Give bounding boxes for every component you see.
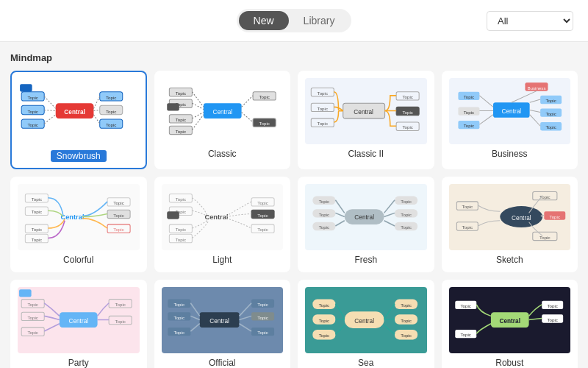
card-label-wrap-robust: Robust [449, 358, 571, 368]
svg-text:Topic: Topic [462, 205, 472, 210]
card-label-light: Light [162, 255, 284, 265]
tab-new[interactable]: New [239, 11, 289, 30]
svg-text:Topic: Topic [319, 212, 329, 217]
card-preview-sketch: Central Topic Topic Topic Topic Topic [449, 184, 571, 250]
tab-group: New Library [237, 9, 352, 32]
svg-text:Central: Central [499, 318, 520, 325]
svg-text:Topic: Topic [402, 125, 412, 130]
template-card-sketch[interactable]: Central Topic Topic Topic Topic Topic Sk… [442, 177, 578, 272]
template-card-classic2[interactable]: Central Topic Topic Topic Topic Topic To… [298, 71, 434, 169]
svg-text:Topic: Topic [402, 94, 412, 99]
svg-text:Topic: Topic [545, 125, 556, 130]
svg-text:Topic: Topic [27, 315, 37, 320]
content-area: Mindmap Central Topic Topic Topic Topic … [0, 42, 588, 368]
svg-text:Topic: Topic [175, 117, 185, 122]
svg-text:Topic: Topic [257, 227, 268, 233]
template-card-colorful[interactable]: Central Topic Topic Topic Topic Topic To… [10, 177, 147, 272]
svg-text:Topic: Topic [175, 129, 185, 134]
template-card-business[interactable]: Central Business Topic Topic Topic Topic… [442, 71, 578, 169]
svg-text:Topic: Topic [173, 330, 184, 336]
svg-text:Topic: Topic [257, 200, 268, 205]
card-preview-light: Central Topic Topic Topic Topic Topic To… [162, 184, 284, 250]
svg-text:Topic: Topic [175, 227, 185, 233]
svg-text:Topic: Topic [462, 225, 472, 230]
svg-text:Topic: Topic [106, 123, 116, 128]
svg-text:Central: Central [354, 318, 374, 325]
svg-text:Topic: Topic [257, 213, 268, 218]
svg-line-78 [511, 91, 536, 103]
card-label-snowbrush: Snowbrush [51, 150, 107, 162]
card-label-classic: Classic [162, 149, 284, 159]
card-label-wrap-official: Official [162, 358, 284, 368]
svg-text:Topic: Topic [318, 106, 328, 111]
svg-line-171 [190, 324, 199, 331]
svg-line-126 [335, 221, 344, 226]
svg-text:Topic: Topic [106, 109, 116, 114]
card-label-wrap-fresh: Fresh [305, 255, 427, 265]
svg-text:Topic: Topic [259, 121, 269, 127]
svg-line-19 [93, 110, 99, 111]
svg-text:Business: Business [527, 85, 545, 91]
svg-text:Topic: Topic [27, 123, 37, 128]
svg-text:Topic: Topic [549, 214, 559, 219]
svg-line-124 [335, 200, 344, 213]
svg-text:Topic: Topic [463, 110, 473, 115]
template-card-light[interactable]: Central Topic Topic Topic Topic Topic To… [154, 177, 291, 272]
svg-text:Topic: Topic [32, 197, 42, 202]
svg-text:Central: Central [354, 214, 374, 221]
svg-text:Topic: Topic [173, 302, 184, 307]
svg-text:Topic: Topic [401, 318, 411, 323]
template-card-fresh[interactable]: Central Topic Topic Topic Topic Topic To… [298, 177, 434, 272]
svg-line-41 [241, 113, 253, 122]
svg-text:Topic: Topic [27, 95, 37, 100]
svg-text:Topic: Topic [113, 200, 123, 205]
svg-rect-14 [20, 85, 32, 92]
filter-select[interactable]: All Mindmap Flowchart Org Chart [487, 11, 573, 31]
card-label-sketch: Sketch [449, 255, 571, 265]
svg-text:Topic: Topic [175, 237, 185, 242]
svg-text:Topic: Topic [401, 225, 411, 230]
svg-text:Topic: Topic [113, 227, 123, 233]
svg-rect-35 [167, 104, 179, 111]
svg-text:Topic: Topic [401, 302, 411, 308]
svg-line-20 [93, 115, 99, 124]
svg-text:Topic: Topic [32, 237, 42, 242]
svg-line-17 [44, 115, 56, 124]
svg-line-40 [241, 96, 253, 107]
svg-text:Topic: Topic [547, 317, 557, 322]
svg-text:Topic: Topic [319, 302, 329, 308]
svg-line-173 [239, 316, 251, 320]
svg-line-16 [44, 110, 56, 111]
svg-text:Topic: Topic [27, 109, 37, 114]
card-label-wrap-sketch: Sketch [449, 255, 571, 265]
template-card-official[interactable]: Central Topic Topic Topic Topic Topic To… [154, 280, 291, 368]
svg-text:Central: Central [354, 109, 373, 116]
svg-text:Central: Central [64, 109, 85, 116]
svg-text:Topic: Topic [319, 199, 329, 204]
svg-text:Central: Central [511, 215, 531, 222]
card-preview-colorful: Central Topic Topic Topic Topic Topic To… [18, 184, 140, 250]
template-card-robust[interactable]: Central Topic Topic Topic Topic Robust [442, 280, 578, 368]
svg-text:Topic: Topic [175, 91, 185, 96]
svg-rect-109 [167, 212, 179, 219]
card-label-robust: Robust [449, 358, 571, 368]
template-card-snowbrush[interactable]: Central Topic Topic Topic Topic Topic To… [10, 71, 147, 169]
card-label-sea: Sea [305, 358, 427, 368]
svg-line-76 [529, 110, 539, 113]
card-preview-sea: Central Topic Topic Topic Topic Topic To… [305, 287, 427, 353]
template-card-party[interactable]: Central Topic Topic Topic Topic Topic Pa… [10, 280, 147, 368]
template-card-classic[interactable]: Central Topic Topic Topic Topic Topic To… [154, 71, 291, 169]
tab-library[interactable]: Library [289, 11, 350, 30]
section-title: Mindmap [10, 52, 578, 63]
svg-text:Topic: Topic [257, 315, 268, 320]
card-preview-official: Central Topic Topic Topic Topic Topic To… [162, 287, 284, 353]
svg-line-169 [190, 303, 199, 316]
svg-text:Topic: Topic [319, 318, 329, 323]
svg-text:Topic: Topic [27, 302, 37, 307]
svg-text:Topic: Topic [463, 94, 473, 99]
card-preview-fresh: Central Topic Topic Topic Topic Topic To… [305, 184, 427, 250]
svg-text:Topic: Topic [175, 197, 185, 202]
svg-text:Central: Central [212, 109, 232, 116]
svg-text:Central: Central [501, 108, 521, 115]
template-card-sea[interactable]: Central Topic Topic Topic Topic Topic To… [298, 280, 434, 368]
